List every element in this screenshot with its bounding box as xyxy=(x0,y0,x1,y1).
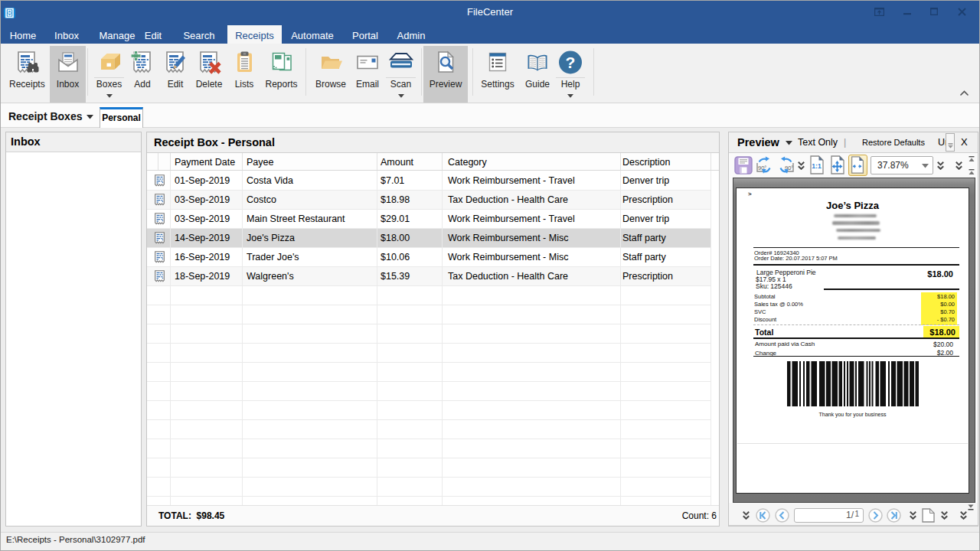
svg-text:?: ? xyxy=(566,54,576,71)
svg-text:1:1: 1:1 xyxy=(812,162,822,170)
